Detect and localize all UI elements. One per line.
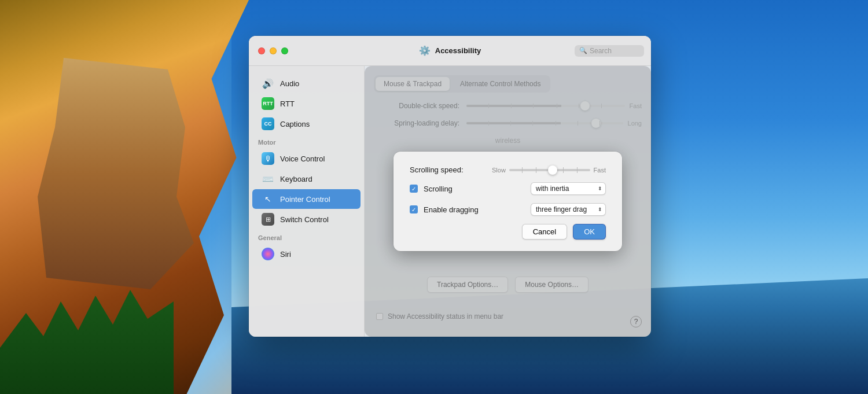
sidebar-item-voice-control[interactable]: 🎙 Voice Control — [252, 149, 361, 168]
voice-control-icon: 🎙 — [262, 152, 274, 165]
main-content: Mouse & Trackpad Alternate Control Metho… — [365, 66, 651, 337]
window-title-area: ⚙️ Accessibility — [419, 45, 481, 56]
motor-section-label: Motor — [249, 134, 364, 148]
sidebar-item-captions-label: Captions — [280, 120, 310, 128]
enable-dragging-checkbox[interactable]: ✓ — [410, 205, 418, 213]
enable-dragging-row: ✓ Enable dragging three finger dragwith … — [410, 203, 606, 216]
enable-dragging-select[interactable]: three finger dragwith drag lockwithout d… — [531, 203, 606, 216]
scrolling-speed-slider-wrap: Slow Fast — [492, 167, 606, 174]
sidebar-item-keyboard[interactable]: ⌨️ Keyboard — [252, 169, 361, 189]
search-icon: 🔍 — [579, 47, 587, 54]
traffic-lights — [258, 47, 288, 54]
keyboard-icon: ⌨️ — [262, 172, 274, 185]
sidebar-item-audio-label: Audio — [280, 79, 299, 88]
minimize-button[interactable] — [270, 47, 277, 54]
siri-icon — [262, 248, 274, 260]
scrolling-select-wrapper: with inertiawithout inertia ⬍ — [531, 182, 606, 195]
window-body: 🔊 Audio RTT RTT CC Captions Motor 🎙 Voic… — [249, 66, 651, 337]
sidebar-item-pointer-label: Pointer Control — [280, 195, 330, 204]
audio-icon: 🔊 — [262, 77, 274, 90]
scrolling-speed-row: Scrolling speed: Slow Fast — [410, 165, 606, 174]
captions-icon: CC — [262, 117, 274, 130]
sidebar-item-captions[interactable]: CC Captions — [252, 114, 361, 134]
sidebar-item-siri-label: Siri — [280, 250, 291, 259]
checkmark-icon: ✓ — [411, 186, 416, 192]
sidebar-item-switch-label: Switch Control — [280, 215, 329, 224]
sidebar-item-switch-control[interactable]: ⊞ Switch Control — [252, 209, 361, 229]
search-placeholder: Search — [590, 47, 612, 55]
search-box[interactable]: 🔍 Search — [575, 45, 644, 57]
dragging-select-wrapper: three finger dragwith drag lockwithout d… — [531, 203, 606, 216]
window-title: Accessibility — [435, 46, 481, 55]
sidebar-item-rtt-label: RTT — [280, 100, 295, 108]
general-section-label: General — [249, 230, 364, 244]
switch-control-icon: ⊞ — [262, 213, 274, 226]
scrolling-slow-label: Slow — [492, 167, 506, 174]
sidebar-item-voice-label: Voice Control — [280, 154, 325, 163]
close-button[interactable] — [258, 47, 265, 54]
pointer-control-icon: ↖ — [262, 193, 274, 205]
rtt-icon: RTT — [262, 97, 274, 110]
scrolling-checkbox[interactable]: ✓ — [410, 185, 418, 193]
window-titlebar: ⚙️ Accessibility 🔍 Search — [249, 36, 651, 66]
sidebar-item-keyboard-label: Keyboard — [280, 175, 312, 183]
dialog-cancel-button[interactable]: Cancel — [522, 224, 567, 240]
dialog-ok-button[interactable]: OK — [573, 224, 606, 240]
scrolling-row-label: Scrolling — [424, 185, 525, 193]
scrolling-speed-label: Scrolling speed: — [410, 165, 485, 174]
sidebar-item-siri[interactable]: Siri — [252, 244, 361, 264]
accessibility-window: ⚙️ Accessibility 🔍 Search 🔊 Audio RTT RT… — [249, 36, 651, 337]
dialog-overlay: Scrolling speed: Slow Fast — [365, 66, 651, 337]
sidebar-item-audio[interactable]: 🔊 Audio — [252, 73, 361, 93]
sidebar-item-rtt[interactable]: RTT RTT — [252, 94, 361, 113]
trackpad-options-dialog: Scrolling speed: Slow Fast — [393, 152, 622, 251]
scrolling-checkbox-row: ✓ Scrolling with inertiawithout inertia … — [410, 182, 606, 195]
dialog-buttons: Cancel OK — [410, 224, 606, 240]
dragging-checkmark-icon: ✓ — [411, 207, 416, 213]
scrolling-select[interactable]: with inertiawithout inertia — [531, 182, 606, 195]
sidebar-item-pointer-control[interactable]: ↖ Pointer Control — [252, 189, 361, 209]
scrolling-fast-label: Fast — [594, 167, 606, 174]
scrolling-speed-thumb — [548, 165, 557, 175]
maximize-button[interactable] — [281, 47, 288, 54]
enable-dragging-label: Enable dragging — [424, 205, 525, 214]
sidebar: 🔊 Audio RTT RTT CC Captions Motor 🎙 Voic… — [249, 66, 365, 337]
scrolling-speed-slider[interactable] — [509, 169, 590, 171]
window-title-icon: ⚙️ — [419, 45, 431, 56]
